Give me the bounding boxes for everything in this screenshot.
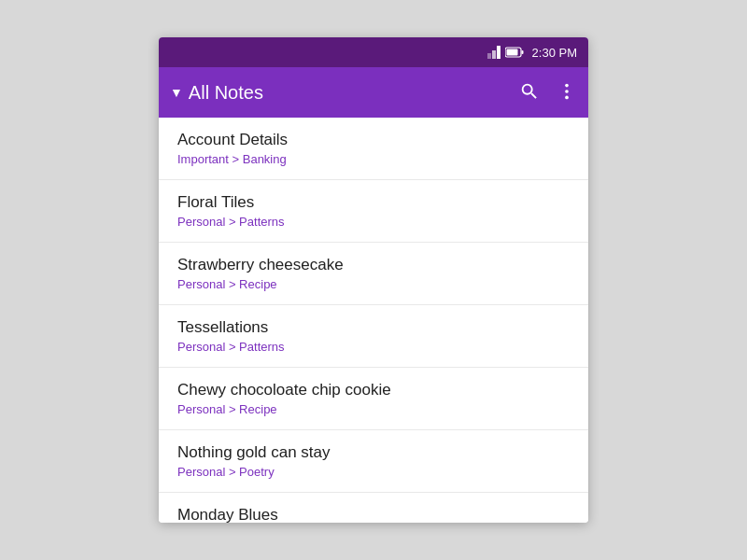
list-item[interactable]: Chewy chocoloate chip cookiePersonal > R…: [159, 368, 588, 430]
list-item[interactable]: Account DetailsImportant > Banking: [159, 118, 588, 180]
notebook-selector[interactable]: ▼ All Notes: [170, 82, 519, 104]
note-path: Personal > Patterns: [177, 215, 570, 229]
note-path: Personal > Recipe: [177, 277, 570, 291]
list-item[interactable]: TessellationsPersonal > Patterns: [159, 305, 588, 368]
note-title: Nothing gold can stay: [177, 443, 570, 462]
note-path: Personal > Patterns: [177, 340, 570, 354]
list-item[interactable]: Monday Blues: [159, 493, 588, 523]
svg-point-6: [565, 83, 569, 87]
note-title: Account Details: [177, 131, 570, 149]
note-title: Tessellations: [177, 318, 570, 337]
note-title: Strawberry cheesecake: [177, 256, 570, 274]
search-icon[interactable]: [519, 81, 540, 105]
chevron-down-icon: ▼: [170, 85, 183, 100]
list-item[interactable]: Strawberry cheesecakePersonal > Recipe: [159, 243, 588, 305]
app-bar-actions: [519, 81, 577, 105]
note-title: Floral Tiles: [177, 193, 570, 212]
list-item[interactable]: Nothing gold can stayPersonal > Poetry: [159, 430, 588, 493]
status-bar: 2:30 PM: [159, 37, 588, 67]
note-path: Personal > Recipe: [177, 402, 570, 416]
list-item[interactable]: Floral TilesPersonal > Patterns: [159, 180, 588, 243]
svg-point-7: [565, 90, 569, 93]
svg-marker-1: [492, 50, 496, 59]
svg-marker-2: [497, 46, 500, 59]
status-icons: 2:30 PM: [487, 46, 577, 60]
battery-icon: [505, 47, 524, 58]
status-time: 2:30 PM: [532, 46, 577, 60]
note-path: Personal > Poetry: [177, 465, 570, 479]
signal-icon: [487, 46, 500, 59]
svg-point-8: [565, 95, 569, 99]
svg-rect-5: [506, 49, 517, 56]
note-title: Chewy chocoloate chip cookie: [177, 381, 570, 399]
app-bar-title: All Notes: [189, 82, 263, 104]
note-title: Monday Blues: [177, 506, 570, 523]
more-options-icon[interactable]: [557, 81, 577, 105]
svg-rect-4: [521, 50, 523, 54]
note-path: Important > Banking: [177, 152, 570, 166]
notes-list: Account DetailsImportant > BankingFloral…: [159, 118, 588, 523]
svg-marker-0: [487, 53, 491, 59]
app-bar: ▼ All Notes: [159, 67, 588, 118]
phone-frame: 2:30 PM ▼ All Notes Account Detai: [159, 37, 588, 523]
